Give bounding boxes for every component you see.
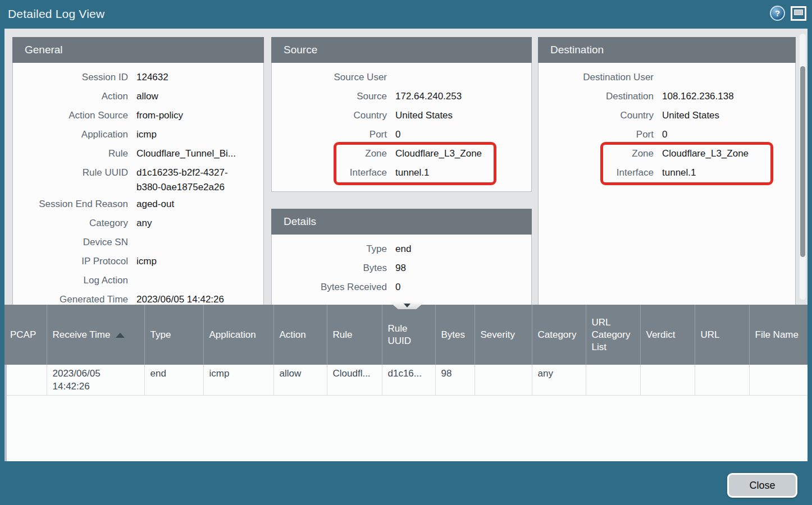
column-header-label: File Name	[755, 329, 799, 340]
column-header-rule[interactable]: Rule	[327, 305, 382, 365]
column-header-url-category-list[interactable]: URL Category List	[586, 305, 640, 365]
field-label: Source	[272, 89, 387, 104]
column-header-pcap[interactable]: PCAP	[4, 305, 47, 365]
column-header-category[interactable]: Category	[532, 305, 586, 365]
field-row-source-user: Source User	[272, 69, 526, 88]
column-header-label: Rule	[333, 329, 353, 340]
field-label: Session ID	[13, 70, 128, 85]
column-header-label: Application	[209, 329, 256, 340]
field-row-rule: RuleCloudflare_Tunnel_Bi...	[13, 145, 258, 164]
vertical-scrollbar-track[interactable]	[800, 34, 806, 300]
field-value: aged-out	[136, 197, 174, 212]
column-header-severity[interactable]: Severity	[475, 305, 532, 365]
column-header-rule-uuid[interactable]: Rule UUID	[382, 305, 435, 365]
field-row-destination: Destination108.162.236.138	[539, 88, 790, 107]
field-label: Device SN	[13, 235, 128, 250]
column-header-verdict[interactable]: Verdict	[640, 305, 695, 365]
dialog-title: Detailed Log View	[8, 7, 104, 21]
column-header-label: Severity	[481, 329, 515, 340]
field-value: 2023/06/05 14:42:26	[136, 292, 224, 305]
field-row-port: Port0	[272, 126, 526, 145]
field-value: end	[395, 242, 411, 256]
field-label: Application	[13, 127, 128, 142]
source-panel: Source Source User Source172.64.240.253 …	[271, 37, 532, 192]
column-header-url[interactable]: URL	[695, 305, 749, 365]
column-header-file-name[interactable]: File Name	[749, 305, 808, 365]
cell-category: any	[532, 365, 586, 396]
field-value: d1c16235-b2f2-4327-b380-0ae1875e2a26	[136, 166, 249, 195]
help-icon[interactable]: ?	[770, 6, 785, 21]
field-label: Log Action	[13, 273, 128, 288]
field-value: 0	[662, 127, 667, 142]
field-row-source: Source172.64.240.253	[272, 88, 526, 107]
field-value: Cloudflare_Tunnel_Bi...	[136, 146, 236, 161]
column-header-label: Type	[150, 329, 171, 340]
column-header-action[interactable]: Action	[273, 305, 327, 365]
field-value: tunnel.1	[395, 166, 430, 180]
field-label: Session End Reason	[13, 197, 128, 212]
field-value: Cloudflare_L3_Zone	[662, 146, 749, 161]
field-value: icmp	[136, 127, 157, 142]
cell-severity	[475, 365, 532, 396]
field-label: Bytes	[272, 261, 387, 276]
field-row-destination-user: Destination User	[539, 69, 790, 88]
column-header-label: URL Category List	[592, 317, 631, 352]
cell-receive-time: 2023/06/05 14:42:26	[47, 365, 144, 396]
field-label: Port	[272, 127, 387, 142]
field-label: Category	[13, 216, 128, 231]
destination-panel-header: Destination	[538, 37, 796, 63]
table-header-row: PCAP Receive Time Type Application Actio…	[4, 305, 808, 365]
maximize-window-icon[interactable]	[791, 6, 806, 21]
field-value: United States	[395, 108, 453, 123]
field-label: Zone	[272, 146, 387, 161]
field-value: 0	[395, 280, 400, 295]
close-button[interactable]: Close	[727, 473, 797, 498]
field-label: IP Protocol	[13, 254, 128, 269]
cell-application: icmp	[203, 365, 273, 396]
field-label: Bytes Received	[272, 280, 387, 295]
column-header-label: PCAP	[10, 329, 36, 340]
field-row-generated-time: Generated Time2023/06/05 14:42:26	[13, 291, 258, 305]
general-panel-body: Session ID124632 Actionallow Action Sour…	[13, 62, 263, 305]
field-row-session-end-reason: Session End Reasonaged-out	[13, 196, 258, 215]
title-bar: Detailed Log View ?	[0, 0, 812, 29]
field-value: allow	[136, 89, 158, 104]
vertical-scrollbar-thumb[interactable]	[800, 66, 805, 257]
log-table: PCAP Receive Time Type Application Actio…	[4, 305, 808, 396]
field-row-category: Categoryany	[13, 215, 258, 234]
column-header-type[interactable]: Type	[144, 305, 203, 365]
source-panel-header: Source	[271, 37, 532, 63]
title-bar-icons: ?	[770, 6, 806, 21]
cell-rule: Cloudfl...	[327, 365, 382, 396]
field-value: United States	[662, 108, 719, 123]
column-header-label: Receive Time	[53, 329, 111, 340]
table-left-gutter	[4, 365, 7, 461]
column-header-bytes[interactable]: Bytes	[435, 305, 475, 365]
field-row-device-sn: Device SN	[13, 234, 258, 253]
field-value: Cloudflare_L3_Zone	[395, 146, 482, 161]
field-row-log-action: Log Action	[13, 272, 258, 291]
field-value: icmp	[136, 254, 157, 269]
column-header-receive-time[interactable]: Receive Time	[47, 305, 144, 365]
field-label: Generated Time	[13, 292, 128, 305]
field-row-action-source: Action Sourcefrom-policy	[13, 107, 258, 126]
chevron-down-icon	[404, 304, 410, 307]
field-label: Port	[539, 127, 654, 142]
table-row[interactable]: 2023/06/05 14:42:26 end icmp allow Cloud…	[4, 365, 808, 396]
field-label: Action Source	[13, 108, 128, 123]
destination-panel: Destination Destination User Destination…	[538, 37, 796, 305]
field-row-action: Actionallow	[13, 88, 258, 107]
field-value: 124632	[136, 70, 168, 85]
field-label: Interface	[272, 166, 387, 180]
details-panel: Details Typeend Bytes98 Bytes Received0	[271, 209, 532, 305]
cell-url-category-list	[586, 365, 640, 396]
field-label: Action	[13, 89, 128, 104]
cell-pcap	[4, 365, 47, 396]
field-row-bytes: Bytes98	[272, 260, 526, 279]
column-header-application[interactable]: Application	[203, 305, 273, 365]
field-label: Destination	[539, 89, 654, 104]
field-row-type: Typeend	[272, 241, 526, 260]
field-label: Interface	[539, 166, 654, 180]
field-row-application: Applicationicmp	[13, 126, 258, 145]
field-row-interface: Interfacetunnel.1	[272, 164, 526, 183]
